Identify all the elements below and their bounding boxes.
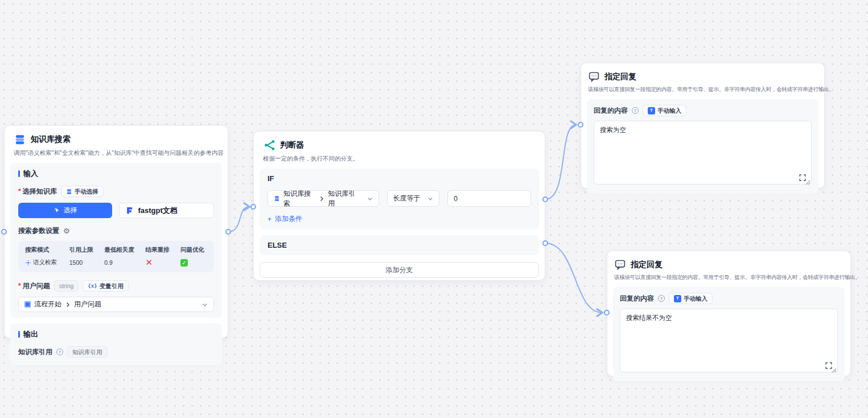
flow-start-icon: [24, 301, 31, 308]
node-reply-empty[interactable]: 指定回复 该模块可以直接回复一段指定的内容。常用于引导、提示。非字符串内容传入时…: [581, 63, 825, 188]
resize-grip-icon[interactable]: [805, 179, 811, 185]
chevron-down-icon: [367, 196, 373, 202]
td-quote-limit: 1500: [69, 259, 104, 266]
handle-judge-else-right[interactable]: [542, 240, 548, 246]
handle-reply-top-left[interactable]: [578, 122, 583, 128]
reply-content-section: 回复的内容 ? T 手动输入 搜索为空: [587, 99, 818, 194]
node-judge[interactable]: 判断器 根据一定的条件，执行不同的分支。 IF 知识库搜索 知识库引用: [253, 131, 545, 281]
text-input-icon: T: [648, 107, 655, 114]
search-params-table: 搜索模式 引用上限 最低相关度 结果重排 问题优化 语义检索 1500 0.9: [18, 241, 214, 272]
handle-search-left[interactable]: [1, 229, 7, 235]
cursor-icon: [54, 207, 60, 214]
reply-content-textarea[interactable]: 搜索结果不为空: [620, 309, 838, 372]
params-label: 搜索参数设置: [18, 226, 59, 236]
handle-reply-bottom-left[interactable]: [604, 310, 610, 315]
question-value-select[interactable]: 流程开始 用户问题: [18, 297, 214, 312]
node-description: 根据一定的条件，执行不同的分支。: [263, 155, 536, 163]
fastgpt-logo-icon: [125, 206, 134, 215]
operator-value: 长度等于: [393, 194, 421, 203]
th-quote-limit: 引用上限: [69, 246, 104, 254]
node-description: 调用"语义检索"和"全文检索"能力，从"知识库"中查找可能与问题相关的参考内容: [14, 149, 219, 157]
dataset-small-icon: [66, 188, 72, 195]
dataset-name: fastgpt文档: [138, 206, 177, 216]
input-section: 输入 * 选择知识库 手动选择 选择: [10, 163, 222, 318]
chevron-down-icon: [427, 196, 433, 202]
reply-content-section: 回复的内容 ? T 手动输入 搜索结果不为空: [613, 287, 845, 382]
variable-reference-badge[interactable]: {x} 变量引用: [83, 280, 128, 292]
dataset-small-icon: [274, 195, 280, 202]
node-title: 判断器: [280, 140, 304, 150]
handle-judge-left[interactable]: [250, 204, 256, 210]
chevron-down-icon: [202, 302, 208, 308]
th-min-relevance: 最低相关度: [104, 246, 145, 254]
output-name: 知识库引用: [18, 347, 52, 357]
input-section-label: 输入: [18, 169, 214, 179]
question-mark-icon[interactable]: ?: [56, 349, 63, 355]
chat-bubble-icon: [588, 71, 600, 83]
reply-content-label: 回复的内容: [594, 106, 628, 116]
th-search-mode: 搜索模式: [25, 246, 69, 254]
brace-icon: {x}: [88, 282, 97, 290]
output-section: 输出 知识库引用 ? 知识库引用: [10, 323, 222, 365]
handle-search-right[interactable]: [225, 229, 231, 235]
if-label: IF: [268, 174, 531, 183]
output-section-label: 输出: [18, 329, 214, 339]
output-value-badge: 知识库引用: [67, 346, 108, 358]
node-description: 该模块可以直接回复一段指定的内容。常用于引导、提示。非字符串内容传入时，会转成字…: [614, 274, 844, 281]
required-asterisk: *: [18, 187, 21, 195]
selected-dataset-card[interactable]: fastgpt文档: [119, 203, 214, 218]
node-description: 该模块可以直接回复一段指定的内容。常用于引导、提示。非字符串内容传入时，会转成字…: [588, 86, 817, 93]
workflow-canvas[interactable]: 知识库搜索 调用"语义检索"和"全文检索"能力，从"知识库"中查找可能与问题相关…: [0, 0, 868, 418]
edge-judge-if-to-reply: [545, 125, 576, 199]
question-mark-icon[interactable]: ?: [658, 295, 665, 302]
condition-operator-select[interactable]: 长度等于: [387, 190, 440, 207]
check-icon: ✓: [180, 259, 188, 267]
handle-judge-if-right[interactable]: [542, 196, 548, 202]
th-rerank: 结果重排: [146, 246, 180, 254]
gear-icon[interactable]: ⚙: [63, 227, 70, 235]
reply-content-textarea[interactable]: 搜索为空: [594, 121, 812, 185]
semantic-search-icon: [25, 260, 31, 266]
else-block: ELSE: [260, 235, 539, 255]
manual-select-badge[interactable]: 手动选择: [61, 186, 104, 197]
condition-field: 知识库引用: [328, 189, 360, 208]
td-min-relevance: 0.9: [104, 259, 145, 266]
section-bar: [18, 331, 20, 338]
required-asterisk: *: [18, 282, 21, 290]
node-reply-not-empty[interactable]: 指定回复 该模块可以直接回复一段指定的内容。常用于引导、提示。非字符串内容传入时…: [607, 251, 851, 376]
node-title: 知识库搜索: [31, 134, 71, 145]
resize-grip-icon[interactable]: [831, 367, 837, 373]
node-title: 指定回复: [604, 72, 636, 82]
manual-input-badge[interactable]: T 手动输入: [669, 293, 713, 304]
dataset-icon: [14, 133, 26, 146]
text-input-icon: T: [674, 295, 681, 302]
question-mark-icon[interactable]: ?: [632, 107, 639, 114]
value-source: 流程开始: [34, 300, 61, 309]
dataset-select-label: 选择知识库: [23, 187, 57, 196]
chat-bubble-icon: [614, 259, 626, 271]
branch-icon: [263, 139, 275, 151]
else-label: ELSE: [268, 241, 531, 249]
edge-search-to-judge: [228, 207, 249, 232]
value-field: 用户问题: [74, 300, 101, 309]
add-condition-link[interactable]: + 添加条件: [268, 214, 531, 224]
cross-icon: ✕: [146, 257, 153, 267]
reply-content-label: 回复的内容: [620, 294, 654, 304]
plus-icon: +: [268, 215, 271, 223]
manual-input-badge[interactable]: T 手动输入: [643, 105, 686, 116]
node-dataset-search[interactable]: 知识库搜索 调用"语义检索"和"全文检索"能力，从"知识库"中查找可能与问题相关…: [4, 125, 228, 338]
if-block: IF 知识库搜索 知识库引用 长度等于: [260, 169, 539, 230]
condition-variable-select[interactable]: 知识库搜索 知识库引用: [268, 190, 379, 207]
chevron-right-icon: [319, 196, 324, 202]
node-title: 指定回复: [631, 260, 663, 270]
chevron-right-icon: [65, 302, 71, 308]
add-branch-button[interactable]: 添加分支: [260, 262, 539, 278]
th-question-optimize: 问题优化: [180, 246, 207, 254]
type-badge: string: [54, 280, 79, 292]
condition-value-input[interactable]: 0: [447, 190, 531, 207]
td-search-mode: 语义检索: [33, 259, 57, 267]
select-dataset-button[interactable]: 选择: [18, 203, 112, 218]
condition-source: 知识库搜索: [283, 189, 315, 208]
section-bar: [18, 170, 20, 177]
user-question-label: 用户问题: [23, 281, 50, 291]
